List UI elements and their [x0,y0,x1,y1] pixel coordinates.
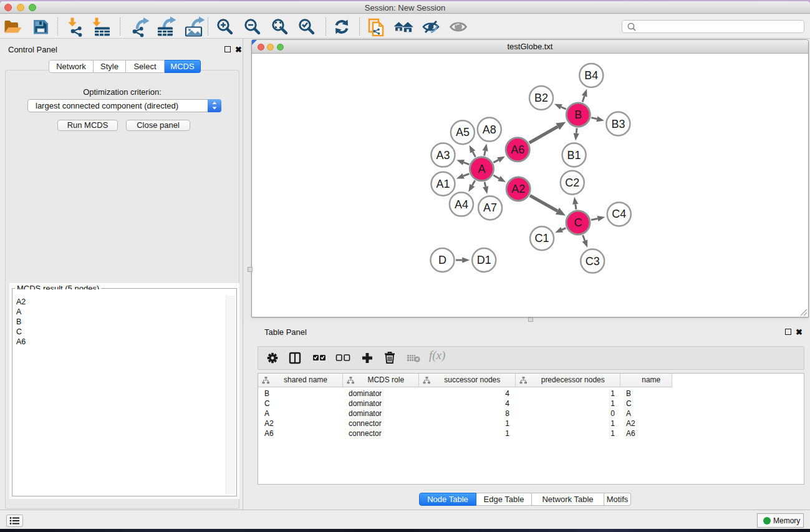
svg-text:C: C [574,216,582,229]
svg-text:C1: C1 [535,232,549,244]
svg-text:A3: A3 [436,149,450,162]
svg-text:A5: A5 [456,126,470,138]
svg-text:A1: A1 [436,178,450,190]
svg-text:B3: B3 [611,118,625,130]
svg-text:A2: A2 [511,183,525,195]
svg-text:C2: C2 [565,177,579,189]
svg-text:A: A [478,163,485,175]
svg-text:B: B [574,109,582,121]
svg-text:B4: B4 [584,69,598,82]
svg-text:C3: C3 [586,255,600,268]
svg-text:C4: C4 [612,208,626,220]
svg-text:A7: A7 [483,201,497,214]
svg-text:B1: B1 [567,149,581,162]
svg-text:D: D [438,254,446,266]
svg-text:B2: B2 [534,92,548,104]
svg-text:A8: A8 [483,123,496,136]
svg-text:A6: A6 [511,143,524,156]
svg-text:D1: D1 [477,254,491,266]
svg-text:A4: A4 [455,198,468,211]
